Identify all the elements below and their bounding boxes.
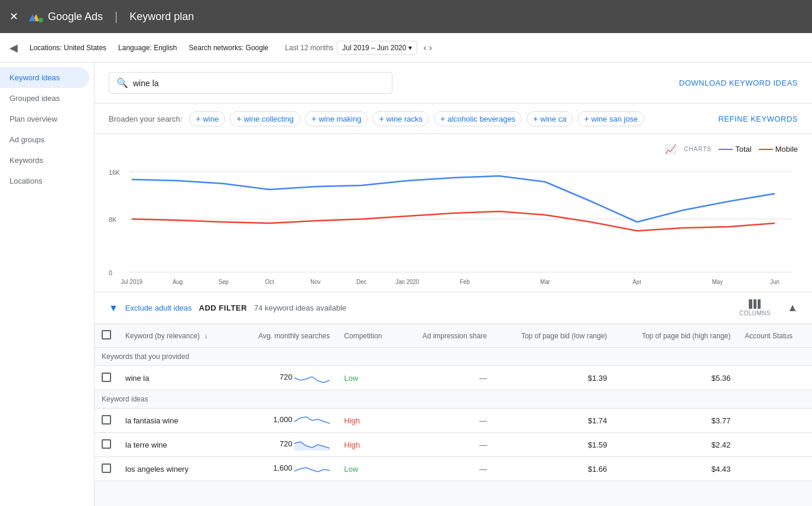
location-filter[interactable]: Locations: United States — [30, 44, 106, 52]
search-area: 🔍 DOWNLOAD KEYWORD IDEAS — [95, 63, 812, 104]
svg-text:May: May — [712, 279, 723, 285]
svg-text:Aug: Aug — [173, 279, 183, 285]
bid-high-cell: $3.77 — [614, 409, 738, 433]
broaden-chip-wine-racks[interactable]: +wine racks — [372, 111, 429, 126]
sort-icon[interactable]: ↓ — [204, 332, 207, 340]
section-header-ideas: Keyword ideas — [95, 390, 812, 409]
bid-low-cell: $1.59 — [494, 433, 614, 457]
row-checkbox[interactable] — [102, 415, 111, 425]
network-filter[interactable]: Search networks: Google — [189, 44, 269, 52]
broaden-chip-wine-san-jose[interactable]: +wine san jose — [577, 111, 644, 126]
bid-low-cell: $1.39 — [494, 366, 614, 390]
sidebar-item-keyword-ideas[interactable]: Keyword ideas — [0, 67, 89, 88]
search-input[interactable] — [133, 79, 385, 88]
table-section: ▼ Exclude adult ideas ADD FILTER 74 keyw… — [95, 292, 812, 481]
search-input-wrapper[interactable]: 🔍 — [109, 72, 392, 94]
row-checkbox[interactable] — [102, 439, 111, 449]
broaden-chip-wine[interactable]: +wine — [189, 111, 225, 126]
competition-cell: High — [337, 409, 399, 433]
page-title: Keyword plan — [129, 11, 194, 23]
row-checkbox[interactable] — [102, 463, 111, 473]
sidebar-item-ad-groups[interactable]: Ad groups — [0, 129, 89, 150]
sidebar-item-plan-overview[interactable]: Plan overview — [0, 109, 89, 129]
main-content: 🔍 DOWNLOAD KEYWORD IDEAS Broaden your se… — [95, 63, 812, 506]
svg-text:16K: 16K — [109, 169, 121, 176]
sidebar-item-grouped-ideas[interactable]: Grouped ideas — [0, 88, 89, 109]
status-cell — [738, 457, 812, 481]
row-checkbox[interactable] — [102, 373, 111, 382]
sidebar-item-keywords[interactable]: Keywords — [0, 150, 89, 171]
refine-keywords-button[interactable]: REFINE KEYWORDS — [718, 115, 798, 123]
date-dropdown[interactable]: Jul 2019 – Jun 2020 ▾ — [337, 41, 417, 55]
logo-icon — [28, 8, 44, 25]
ad-impression-cell: — — [399, 433, 494, 457]
svg-text:Dec: Dec — [356, 279, 366, 285]
svg-text:Apr: Apr — [632, 279, 642, 285]
competition-cell: Low — [337, 366, 399, 390]
col-avg-searches: Avg. monthly searches — [234, 324, 337, 348]
main-layout: Keyword ideas Grouped ideas Plan overvie… — [0, 63, 812, 506]
keyword-cell: los angeles winery — [118, 457, 234, 481]
table-row: los angeles winery 1,600 Low — $1.66 $4.… — [95, 457, 812, 481]
svg-marker-21 — [294, 442, 330, 450]
exclude-adult-ideas-button[interactable]: Exclude adult ideas — [125, 303, 192, 312]
table-row: la terre wine 720 High — $1.59 $2.42 — [95, 433, 812, 457]
close-icon[interactable]: ✕ — [9, 10, 18, 23]
competition-cell: Low — [337, 457, 399, 481]
chart-container: 📈 CHARTS Total Mobile 16K 8K 0 — [95, 134, 812, 292]
svg-text:Jun: Jun — [770, 279, 779, 285]
broaden-chip-alcoholic-beverages[interactable]: +alcoholic beverages — [434, 111, 522, 126]
bid-high-cell: $5.36 — [614, 366, 738, 390]
charts-label: CHARTS — [684, 146, 712, 152]
broaden-chip-wine-ca[interactable]: +wine ca — [527, 111, 573, 126]
trend-chart: 16K 8K 0 Jul 2019 Aug Sep Oct — [109, 157, 798, 287]
legend-mobile-label: Mobile — [775, 145, 798, 154]
chevron-down-icon: ▾ — [408, 44, 412, 52]
sparkline-svg — [294, 372, 330, 384]
table-row: la fantasia wine 1,000 High — $1.74 $3.7… — [95, 409, 812, 433]
avg-searches-cell: 1,600 — [234, 457, 337, 481]
keyword-cell: wine la — [118, 366, 234, 390]
avg-searches-cell: 1,000 — [234, 409, 337, 433]
keyword-cell: la terre wine — [118, 433, 234, 457]
svg-text:Jul 2019: Jul 2019 — [121, 279, 143, 285]
search-icon: 🔍 — [116, 77, 128, 89]
bid-high-cell: $4.43 — [614, 457, 738, 481]
ideas-count: 74 keyword ideas available — [254, 303, 346, 312]
bid-low-cell: $1.74 — [494, 409, 614, 433]
bid-high-cell: $2.42 — [614, 433, 738, 457]
sidebar-toggle-icon[interactable]: ◀ — [9, 41, 18, 54]
add-filter-button[interactable]: ADD FILTER — [199, 303, 247, 312]
ad-impression-cell: — — [399, 409, 494, 433]
download-keyword-ideas-button[interactable]: DOWNLOAD KEYWORD IDEAS — [679, 79, 798, 87]
sidebar-item-locations[interactable]: Locations — [0, 171, 89, 191]
collapse-chart-button[interactable]: ▲ — [787, 302, 798, 314]
status-cell — [738, 409, 812, 433]
legend-blue-line — [719, 149, 733, 150]
avg-searches-cell: 720 — [234, 433, 337, 457]
broaden-chip-wine-collecting[interactable]: +wine collecting — [230, 111, 300, 126]
status-cell — [738, 433, 812, 457]
legend-red-line — [759, 149, 773, 150]
chart-toggle-icon[interactable]: 📈 — [665, 143, 677, 155]
broaden-chip-wine-making[interactable]: +wine making — [305, 111, 368, 126]
col-ad-impression: Ad impression share — [399, 324, 494, 348]
broaden-label: Broaden your search: — [109, 115, 182, 123]
next-date-arrow[interactable]: › — [429, 43, 432, 53]
svg-text:Sep: Sep — [219, 279, 229, 285]
date-nav-arrows: ‹ › — [423, 43, 432, 53]
svg-text:Jan 2020: Jan 2020 — [395, 279, 419, 285]
columns-button[interactable]: COLUMNS — [739, 299, 771, 316]
avg-searches-cell: 720 — [234, 366, 337, 390]
ad-impression-cell: — — [399, 366, 494, 390]
filter-bar: ◀ Locations: United States Language: Eng… — [0, 33, 812, 63]
status-cell — [738, 366, 812, 390]
select-all-checkbox[interactable] — [102, 330, 111, 339]
language-filter[interactable]: Language: English — [118, 44, 177, 52]
sparkline-svg — [294, 414, 330, 426]
ad-impression-cell: — — [399, 457, 494, 481]
date-range-label: Last 12 months — [285, 44, 333, 52]
columns-label: COLUMNS — [739, 310, 771, 316]
sidebar: Keyword ideas Grouped ideas Plan overvie… — [0, 63, 95, 506]
prev-date-arrow[interactable]: ‹ — [423, 43, 426, 53]
